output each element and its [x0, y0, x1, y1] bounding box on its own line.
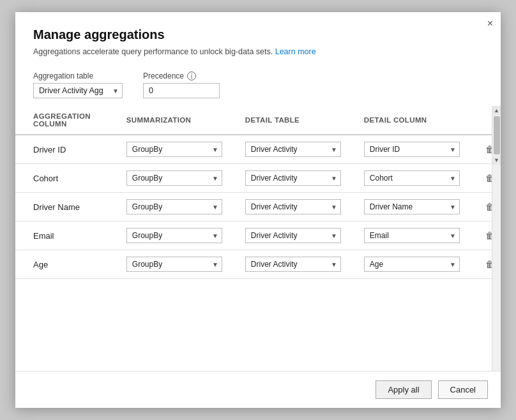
- detail-column-select[interactable]: Driver IDCohortDriver NameEmailAge: [364, 199, 460, 214]
- table-row: AgeGroupBySumCountMinMaxAverage▼Driver A…: [15, 250, 501, 279]
- detail-column-select[interactable]: Driver IDCohortDriver NameEmailAge: [364, 257, 460, 272]
- agg-col-cell: Email: [15, 221, 109, 250]
- summarization-select-wrapper: GroupBySumCountMinMaxAverage▼: [126, 199, 222, 214]
- cancel-button[interactable]: Cancel: [438, 380, 488, 399]
- scrollbar-thumb[interactable]: [494, 116, 500, 154]
- aggregation-table-field: Aggregation table Driver Activity Agg ▼: [33, 71, 123, 98]
- aggregation-table-select[interactable]: Driver Activity Agg: [33, 83, 123, 98]
- aggregation-table-label: Aggregation table: [33, 71, 123, 80]
- col-header-detail-column: DETAIL COLUMN: [346, 106, 465, 135]
- dialog-footer: Apply all Cancel: [15, 371, 501, 408]
- table-row: Driver NameGroupBySumCountMinMaxAverage▼…: [15, 193, 501, 221]
- summarization-select-wrapper: GroupBySumCountMinMaxAverage▼: [126, 228, 222, 243]
- aggregations-table-container: AGGREGATION COLUMN SUMMARIZATION DETAIL …: [15, 106, 501, 371]
- detail-table-select[interactable]: Driver Activity: [245, 170, 341, 186]
- summarization-select-wrapper: GroupBySumCountMinMaxAverage▼: [126, 142, 222, 157]
- detail-table-select-wrapper: Driver Activity▼: [245, 142, 341, 157]
- table-row: Driver IDGroupBySumCountMinMaxAverage▼Dr…: [15, 135, 501, 164]
- table-header-row: AGGREGATION COLUMN SUMMARIZATION DETAIL …: [15, 106, 501, 135]
- detail-column-select-wrapper: Driver IDCohortDriver NameEmailAge▼: [364, 228, 460, 243]
- agg-col-cell: Driver Name: [15, 193, 109, 221]
- close-button[interactable]: ×: [487, 19, 493, 29]
- info-icon: i: [187, 71, 196, 80]
- detail-column-select-wrapper: Driver IDCohortDriver NameEmailAge▼: [364, 199, 460, 214]
- detail-table-select-wrapper: Driver Activity▼: [245, 257, 341, 272]
- detail-column-select[interactable]: Driver IDCohortDriver NameEmailAge: [364, 142, 460, 157]
- scrollbar-up-button[interactable]: ▲: [492, 106, 501, 115]
- detail-column-select-wrapper: Driver IDCohortDriver NameEmailAge▼: [364, 257, 460, 272]
- col-header-detail-table: DETAIL TABLE: [227, 106, 346, 135]
- toolbar-row: Aggregation table Driver Activity Agg ▼ …: [15, 66, 501, 106]
- detail-table-select[interactable]: Driver Activity: [245, 199, 341, 214]
- summarization-select[interactable]: GroupBySumCountMinMaxAverage: [126, 228, 222, 243]
- learn-more-link[interactable]: Learn more: [275, 47, 316, 56]
- detail-table-select[interactable]: Driver Activity: [245, 142, 341, 157]
- summarization-select[interactable]: GroupBySumCountMinMaxAverage: [126, 199, 222, 214]
- summarization-select-wrapper: GroupBySumCountMinMaxAverage▼: [126, 170, 222, 186]
- detail-table-select[interactable]: Driver Activity: [245, 228, 341, 243]
- precedence-input[interactable]: [143, 83, 220, 98]
- summarization-select-wrapper: GroupBySumCountMinMaxAverage▼: [126, 257, 222, 272]
- col-header-aggregation-column: AGGREGATION COLUMN: [15, 106, 109, 135]
- manage-aggregations-dialog: × Manage aggregations Aggregations accel…: [15, 12, 501, 408]
- detail-column-select-wrapper: Driver IDCohortDriver NameEmailAge▼: [364, 170, 460, 186]
- detail-column-select[interactable]: Driver IDCohortDriver NameEmailAge: [364, 228, 460, 243]
- precedence-label: Precedence i: [143, 71, 220, 80]
- dialog-subtitle: Aggregations accelerate query performanc…: [33, 47, 483, 56]
- table-row: CohortGroupBySumCountMinMaxAverage▼Drive…: [15, 164, 501, 193]
- aggregations-table: AGGREGATION COLUMN SUMMARIZATION DETAIL …: [15, 106, 501, 279]
- table-row: EmailGroupBySumCountMinMaxAverage▼Driver…: [15, 221, 501, 250]
- table-scroll-area[interactable]: AGGREGATION COLUMN SUMMARIZATION DETAIL …: [15, 106, 501, 371]
- detail-table-select-wrapper: Driver Activity▼: [245, 199, 341, 214]
- agg-col-cell: Cohort: [15, 164, 109, 193]
- dialog-title: Manage aggregations: [33, 27, 483, 42]
- summarization-select[interactable]: GroupBySumCountMinMaxAverage: [126, 257, 222, 272]
- dialog-header: Manage aggregations Aggregations acceler…: [15, 12, 501, 66]
- agg-col-cell: Age: [15, 250, 109, 279]
- col-header-summarization: SUMMARIZATION: [109, 106, 227, 135]
- detail-table-select-wrapper: Driver Activity▼: [245, 170, 341, 186]
- summarization-select[interactable]: GroupBySumCountMinMaxAverage: [126, 142, 222, 157]
- detail-column-select[interactable]: Driver IDCohortDriver NameEmailAge: [364, 170, 460, 186]
- precedence-field: Precedence i: [143, 71, 220, 98]
- agg-col-cell: Driver ID: [15, 135, 109, 164]
- scrollbar-down-button[interactable]: ▼: [492, 156, 501, 165]
- summarization-select[interactable]: GroupBySumCountMinMaxAverage: [126, 170, 222, 186]
- detail-table-select-wrapper: Driver Activity▼: [245, 228, 341, 243]
- detail-column-select-wrapper: Driver IDCohortDriver NameEmailAge▼: [364, 142, 460, 157]
- apply-all-button[interactable]: Apply all: [376, 380, 431, 399]
- aggregation-table-select-wrapper: Driver Activity Agg ▼: [33, 83, 123, 98]
- detail-table-select[interactable]: Driver Activity: [245, 257, 341, 272]
- scrollbar-track: ▲ ▼: [492, 106, 501, 371]
